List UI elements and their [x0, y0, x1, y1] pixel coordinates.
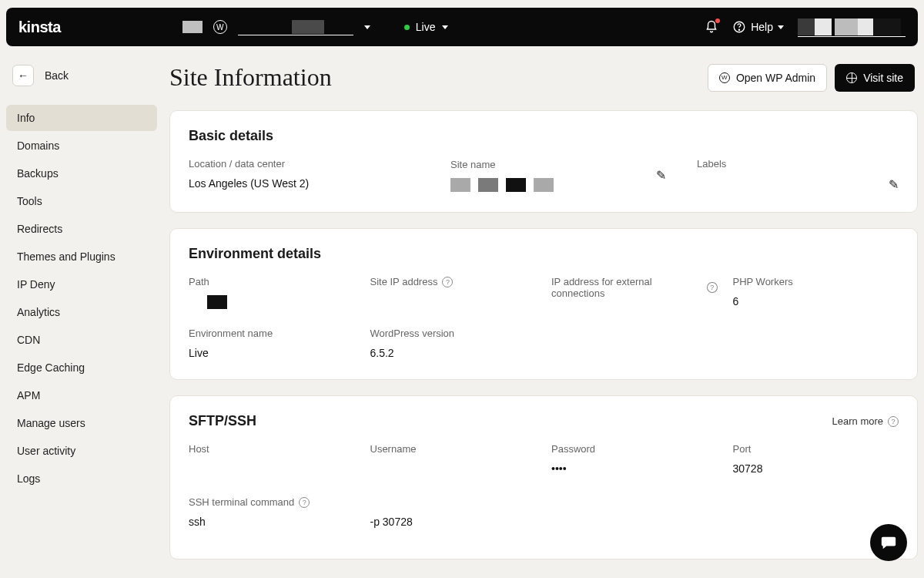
open-wp-admin-label: Open WP Admin	[736, 72, 815, 84]
sidebar-item-tools[interactable]: Tools	[6, 188, 157, 214]
site-selector[interactable]: W	[213, 18, 370, 35]
help-icon	[732, 20, 746, 34]
notifications-icon[interactable]	[705, 20, 718, 34]
globe-icon	[846, 72, 857, 83]
help-label: Help	[751, 21, 773, 33]
edit-sitename-icon[interactable]: ✎	[656, 168, 666, 183]
sidebar-item-user-activity[interactable]: User activity	[6, 438, 157, 464]
port-label: Port	[733, 443, 899, 455]
main-content: Site Information W Open WP Admin Visit s…	[160, 46, 918, 575]
sidebar-item-analytics[interactable]: Analytics	[6, 299, 157, 325]
sidebar-item-info[interactable]: Info	[6, 105, 157, 131]
chevron-down-icon	[778, 25, 784, 29]
org-avatar	[182, 21, 203, 33]
svg-point-1	[739, 29, 740, 30]
info-icon[interactable]: ?	[707, 282, 718, 293]
sftp-ssh-heading: SFTP/SSH	[189, 413, 256, 429]
wordpress-icon: W	[213, 20, 227, 34]
site-ip-label: Site IP address ?	[370, 276, 537, 287]
help-menu[interactable]: Help	[732, 20, 784, 34]
arrow-left-icon: ←	[18, 69, 28, 82]
visit-site-button[interactable]: Visit site	[835, 64, 915, 92]
sidebar-item-logs[interactable]: Logs	[6, 465, 157, 492]
sidebar-item-redirects[interactable]: Redirects	[6, 216, 157, 242]
site-name	[238, 18, 353, 35]
environment-label: Live	[416, 21, 436, 33]
wp-version-label: WordPress version	[370, 328, 537, 339]
back-button[interactable]: ←	[12, 65, 34, 86]
org-selector[interactable]	[182, 21, 203, 33]
page-title: Site Information	[169, 63, 332, 92]
ssh-command-right: -p 30728	[370, 516, 537, 528]
learn-more-link[interactable]: Learn more ?	[832, 415, 899, 427]
sidebar-item-backups[interactable]: Backups	[6, 160, 157, 187]
path-value	[189, 295, 355, 309]
sitename-label: Site name	[450, 159, 554, 170]
username-label: Username	[370, 443, 537, 455]
php-workers-value: 6	[733, 295, 899, 307]
status-dot-icon	[404, 25, 410, 30]
sidebar-item-cdn[interactable]: CDN	[6, 327, 157, 353]
password-value: ••••	[551, 462, 718, 475]
php-workers-label: PHP Workers	[733, 276, 899, 287]
path-label: Path	[189, 276, 355, 287]
basic-details-card: Basic details Location / data center Los…	[169, 110, 918, 213]
sidebar-item-themes-and-plugins[interactable]: Themes and Plugins	[6, 244, 157, 270]
back-label: Back	[45, 69, 69, 82]
chevron-down-icon	[364, 25, 370, 29]
environment-details-card: Environment details Path Site IP address…	[169, 228, 918, 380]
sidebar: ← Back InfoDomainsBackupsToolsRedirectsT…	[6, 46, 160, 575]
sidebar-item-apm[interactable]: APM	[6, 382, 157, 408]
chat-icon	[880, 534, 897, 551]
location-label: Location / data center	[189, 158, 435, 170]
environment-selector[interactable]: Live	[404, 21, 448, 33]
logo: kinsta	[18, 18, 61, 36]
chevron-down-icon	[442, 25, 448, 29]
labels-label: Labels	[697, 158, 899, 170]
port-value: 30728	[733, 462, 899, 475]
info-icon[interactable]: ?	[442, 277, 453, 287]
topbar: kinsta W Live H	[6, 8, 918, 46]
host-label: Host	[189, 443, 355, 455]
sidebar-item-ip-deny[interactable]: IP Deny	[6, 271, 157, 297]
sidebar-item-domains[interactable]: Domains	[6, 133, 157, 159]
wordpress-icon: W	[719, 72, 730, 83]
sidebar-item-manage-users[interactable]: Manage users	[6, 410, 157, 436]
environment-details-heading: Environment details	[189, 246, 899, 262]
open-wp-admin-button[interactable]: W Open WP Admin	[708, 64, 827, 92]
password-label: Password	[551, 443, 718, 455]
env-name-label: Environment name	[189, 328, 355, 339]
env-name-value: Live	[189, 347, 355, 359]
edit-labels-icon[interactable]: ✎	[889, 177, 899, 192]
sidebar-item-edge-caching[interactable]: Edge Caching	[6, 355, 157, 381]
external-ip-label: IP address for external connections ?	[551, 276, 718, 299]
sitename-value	[450, 178, 554, 192]
location-value: Los Angeles (US West 2)	[189, 177, 435, 190]
site-name-redacted	[292, 20, 324, 34]
info-icon: ?	[888, 416, 899, 427]
visit-site-label: Visit site	[863, 72, 903, 84]
ssh-command-label: SSH terminal command ?	[189, 496, 355, 508]
basic-details-heading: Basic details	[189, 128, 899, 144]
info-icon[interactable]: ?	[299, 497, 310, 508]
sftp-ssh-card: SFTP/SSH Learn more ? Host Username Pass…	[169, 395, 918, 560]
chat-button[interactable]	[870, 524, 907, 561]
wp-version-value: 6.5.2	[370, 347, 537, 359]
account-menu[interactable]	[798, 17, 906, 37]
ssh-command-left: ssh	[189, 516, 355, 528]
